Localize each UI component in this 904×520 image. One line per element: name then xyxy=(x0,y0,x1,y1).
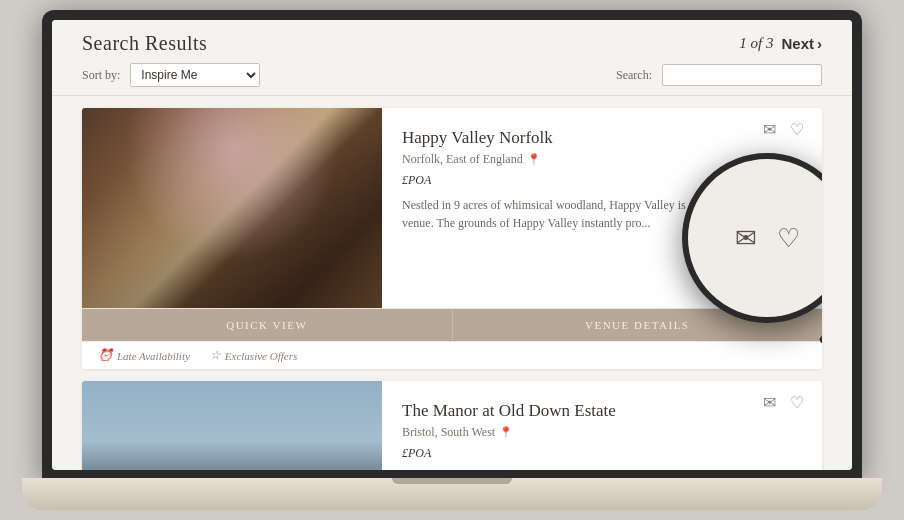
venue-card-happy-valley: ✉ ♡ Happy Valley Norfolk Norfolk, East o… xyxy=(82,108,822,369)
filters-row: Sort by: Inspire Me Price Low-High Price… xyxy=(82,63,822,87)
magnify-icons: ✉ ♡ xyxy=(735,223,800,254)
screen: Search Results 1 of 3 Next › Sort by: xyxy=(52,20,852,470)
heart-button-manor[interactable]: ♡ xyxy=(788,393,806,413)
venue-actions-top-manor: ✉ ♡ xyxy=(761,393,806,413)
pagination-nav: 1 of 3 Next › xyxy=(739,35,822,52)
next-arrow-icon: › xyxy=(817,35,822,52)
venue-card-manor: ✉ ♡ The Manor at Old Down Estate Bristol… xyxy=(82,381,822,470)
venue-footer-happy-valley: QUICK VIEW VENUE DETAILS xyxy=(82,308,822,341)
card-tags-happy-valley: ⏰ Late Availability ☆ Exclusive Offers xyxy=(82,341,822,369)
search-input[interactable] xyxy=(662,64,822,86)
card-inner-manor: ✉ ♡ The Manor at Old Down Estate Bristol… xyxy=(82,381,822,470)
venue-name-manor: The Manor at Old Down Estate xyxy=(402,401,802,421)
venue-image-manor xyxy=(82,381,382,470)
late-availability-tag: ⏰ Late Availability xyxy=(98,348,190,363)
venue-price-manor: £POA xyxy=(402,446,802,461)
header-bar: Search Results 1 of 3 Next › Sort by: xyxy=(52,20,852,96)
location-pin-icon: 📍 xyxy=(527,153,541,166)
venue-info-manor: ✉ ♡ The Manor at Old Down Estate Bristol… xyxy=(382,381,822,470)
quick-view-button-happy-valley[interactable]: QUICK VIEW xyxy=(82,309,453,341)
magnify-email-icon: ✉ xyxy=(735,223,757,254)
search-label: Search: xyxy=(616,68,652,83)
email-button-happy-valley[interactable]: ✉ xyxy=(761,120,778,140)
sort-label: Sort by: xyxy=(82,68,120,83)
next-button[interactable]: Next › xyxy=(781,35,822,52)
venue-actions-top: ✉ ♡ xyxy=(761,120,806,140)
page-title: Search Results xyxy=(82,32,207,55)
sort-select[interactable]: Inspire Me Price Low-High Price High-Low… xyxy=(130,63,260,87)
screen-bezel: Search Results 1 of 3 Next › Sort by: xyxy=(42,10,862,480)
star-icon: ☆ xyxy=(210,348,221,363)
location-pin-icon-manor: 📍 xyxy=(499,426,513,439)
page-count: 1 of 3 xyxy=(739,35,773,52)
laptop: Search Results 1 of 3 Next › Sort by: xyxy=(22,10,882,510)
exclusive-offers-tag: ☆ Exclusive Offers xyxy=(210,348,297,363)
magnify-heart-icon: ♡ xyxy=(777,223,800,254)
venue-location-manor: Bristol, South West 📍 xyxy=(402,425,802,440)
venue-desc-manor: Nestled in the Gloucestershire countrysi… xyxy=(402,469,802,470)
email-button-manor[interactable]: ✉ xyxy=(761,393,778,413)
clock-icon: ⏰ xyxy=(98,348,113,363)
venue-name-happy-valley: Happy Valley Norfolk xyxy=(402,128,802,148)
header-top: Search Results 1 of 3 Next › xyxy=(82,32,822,55)
laptop-base xyxy=(22,478,882,510)
venue-image-happy-valley xyxy=(82,108,382,308)
heart-button-happy-valley[interactable]: ♡ xyxy=(788,120,806,140)
screen-content: Search Results 1 of 3 Next › Sort by: xyxy=(52,20,852,470)
